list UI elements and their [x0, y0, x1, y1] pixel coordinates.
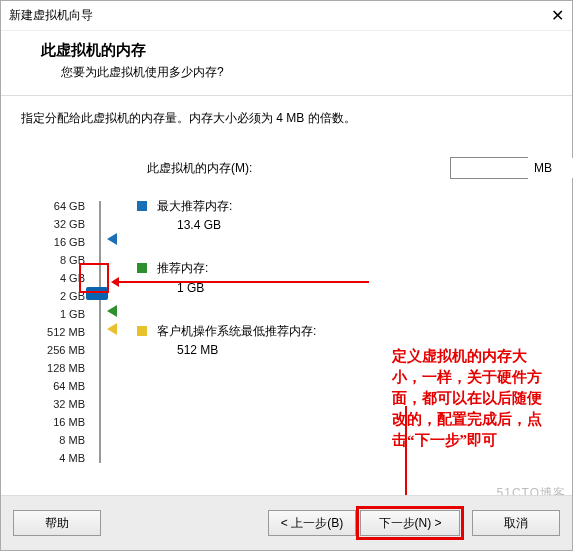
window-title: 新建虚拟机向导: [9, 7, 93, 24]
scale-tick: 8 MB: [21, 431, 85, 449]
memory-stepper[interactable]: ▲ ▼: [450, 157, 528, 179]
min-marker-icon: [107, 323, 117, 335]
scale-tick: 16 MB: [21, 413, 85, 431]
legend-rec-label: 推荐内存:: [157, 259, 208, 278]
next-button[interactable]: 下一步(N) >: [360, 510, 460, 536]
highlight-box-next: 下一步(N) >: [356, 506, 464, 540]
memory-label: 此虚拟机的内存(M):: [147, 160, 252, 177]
close-icon[interactable]: ✕: [551, 6, 564, 25]
memory-unit: MB: [534, 161, 552, 175]
scale-tick: 64 MB: [21, 377, 85, 395]
legend-max-icon: [137, 201, 147, 211]
legend-min-icon: [137, 326, 147, 336]
legend-min-value: 512 MB: [177, 341, 316, 360]
annotation-arrow-left: [119, 281, 369, 283]
scale-tick: 1 GB: [21, 305, 85, 323]
scale-tick: 512 MB: [21, 323, 85, 341]
scale-tick: 8 GB: [21, 251, 85, 269]
recommended-marker-icon: [107, 305, 117, 317]
scale-tick: 4 MB: [21, 449, 85, 467]
memory-input[interactable]: [451, 158, 573, 178]
memory-scale-labels: 64 GB32 GB16 GB8 GB4 GB2 GB1 GB512 MB256…: [21, 197, 85, 467]
legend-max-value: 13.4 GB: [177, 216, 232, 235]
scale-tick: 64 GB: [21, 197, 85, 215]
page-subtitle: 您要为此虚拟机使用多少内存?: [61, 64, 554, 81]
scale-tick: 32 MB: [21, 395, 85, 413]
max-marker-icon: [107, 233, 117, 245]
help-button[interactable]: 帮助: [13, 510, 101, 536]
scale-tick: 16 GB: [21, 233, 85, 251]
annotation-text: 定义虚拟机的内存大小，一样，关于硬件方面，都可以在以后随便改的，配置完成后，点击…: [392, 346, 546, 451]
legend-rec-icon: [137, 263, 147, 273]
memory-slider[interactable]: [91, 197, 109, 467]
highlight-box-slider: [79, 263, 109, 293]
instruction-text: 指定分配给此虚拟机的内存量。内存大小必须为 4 MB 的倍数。: [21, 110, 552, 127]
page-title: 此虚拟机的内存: [41, 41, 554, 60]
legend-max-label: 最大推荐内存:: [157, 197, 232, 216]
scale-tick: 4 GB: [21, 269, 85, 287]
scale-tick: 32 GB: [21, 215, 85, 233]
scale-tick: 256 MB: [21, 341, 85, 359]
cancel-button[interactable]: 取消: [472, 510, 560, 536]
legend-min-label: 客户机操作系统最低推荐内存:: [157, 322, 316, 341]
back-button[interactable]: < 上一步(B): [268, 510, 356, 536]
scale-tick: 2 GB: [21, 287, 85, 305]
scale-tick: 128 MB: [21, 359, 85, 377]
